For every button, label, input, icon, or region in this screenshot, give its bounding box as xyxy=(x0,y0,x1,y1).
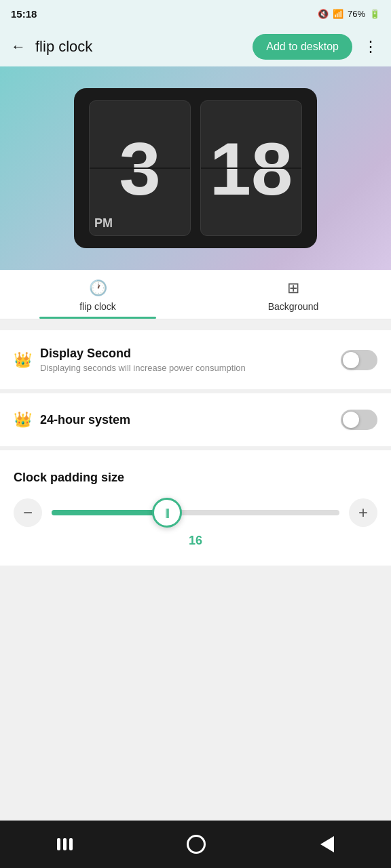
tab-background[interactable]: ⊞ Background xyxy=(196,270,391,319)
period-label: PM xyxy=(94,216,113,231)
tab-flip-clock-label: flip clock xyxy=(79,301,116,312)
more-options-button[interactable]: ⋮ xyxy=(359,35,383,58)
slider-section: Clock padding size − ||| + 16 xyxy=(14,464,377,552)
home-icon xyxy=(187,835,206,854)
slider-increase-button[interactable]: + xyxy=(349,498,377,527)
tabs-panel: 🕐 flip clock ⊞ Background xyxy=(0,270,391,319)
hour-system-card: 👑 24-hour system xyxy=(0,393,391,446)
display-second-left: 👑 Display Second Displaying seconds will… xyxy=(14,347,341,373)
slider-row: − ||| + xyxy=(14,498,377,527)
nav-line-2 xyxy=(63,838,67,850)
nav-recent-button[interactable] xyxy=(43,831,86,857)
slider-thumb-icon: ||| xyxy=(165,507,168,518)
slider-value: 16 xyxy=(14,534,377,548)
hour-group: 3 PM xyxy=(89,100,191,236)
padding-size-card: Clock padding size − ||| + 16 xyxy=(0,450,391,566)
back-button[interactable]: ← xyxy=(8,35,29,58)
display-second-toggle[interactable] xyxy=(341,350,377,370)
minutes-display: 18 xyxy=(200,100,302,236)
recent-icon xyxy=(57,838,73,850)
flip-clock-widget: 3 PM 18 xyxy=(74,88,317,248)
hour-system-knob xyxy=(343,412,359,428)
page-title: flip clock xyxy=(35,38,92,56)
status-time: 15:18 xyxy=(11,8,37,20)
clock-icon: 🕐 xyxy=(89,279,107,297)
display-second-card: 👑 Display Second Displaying seconds will… xyxy=(0,330,391,389)
widget-preview: 3 PM 18 xyxy=(0,66,391,270)
top-bar-left: ← flip clock xyxy=(8,35,92,58)
minutes-group: 18 xyxy=(200,100,302,236)
battery-icon: 🔋 xyxy=(369,9,380,19)
display-second-sublabel: Displaying seconds will increase power c… xyxy=(40,363,246,373)
wifi-icon: 📶 xyxy=(333,9,343,19)
top-bar: ← flip clock Add to desktop ⋮ xyxy=(0,27,391,66)
hour-system-labels: 24-hour system xyxy=(40,413,130,427)
display-second-knob xyxy=(343,352,359,368)
hour-system-left: 👑 24-hour system xyxy=(14,411,341,429)
tabs-row: 🕐 flip clock ⊞ Background xyxy=(0,270,391,319)
add-to-desktop-button[interactable]: Add to desktop xyxy=(253,34,352,60)
nav-line-3 xyxy=(69,838,73,850)
status-icons: 🔇 📶 76% 🔋 xyxy=(318,9,380,19)
tab-background-label: Background xyxy=(268,301,319,312)
slider-fill xyxy=(52,510,167,515)
background-icon: ⊞ xyxy=(287,279,299,297)
back-icon xyxy=(320,836,334,852)
hour-system-label: 24-hour system xyxy=(40,413,130,427)
settings-content: 👑 Display Second Displaying seconds will… xyxy=(0,319,391,821)
nav-line-1 xyxy=(57,838,60,850)
display-second-row: 👑 Display Second Displaying seconds will… xyxy=(14,344,377,376)
slider-track xyxy=(52,510,339,515)
nav-home-button[interactable] xyxy=(173,828,219,861)
hour-system-toggle[interactable] xyxy=(341,410,377,430)
mute-icon: 🔇 xyxy=(318,9,329,19)
slider-decrease-button[interactable]: − xyxy=(14,498,42,527)
tab-flip-clock[interactable]: 🕐 flip clock xyxy=(0,270,196,319)
hour-system-row: 👑 24-hour system xyxy=(14,407,377,433)
display-second-labels: Display Second Displaying seconds will i… xyxy=(40,347,246,373)
slider-title: Clock padding size xyxy=(14,471,377,485)
nav-back-button[interactable] xyxy=(307,829,348,859)
crown-icon-second: 👑 xyxy=(14,351,32,369)
display-second-label: Display Second xyxy=(40,347,246,361)
nav-bar xyxy=(0,821,391,868)
hour-display: 3 xyxy=(89,100,191,236)
crown-icon-hour: 👑 xyxy=(14,411,32,429)
slider-track-container[interactable]: ||| xyxy=(52,498,339,527)
slider-thumb[interactable]: ||| xyxy=(152,498,182,528)
battery-text: 76% xyxy=(348,9,365,19)
top-bar-right: Add to desktop ⋮ xyxy=(253,34,383,60)
status-bar: 15:18 🔇 📶 76% 🔋 xyxy=(0,0,391,27)
